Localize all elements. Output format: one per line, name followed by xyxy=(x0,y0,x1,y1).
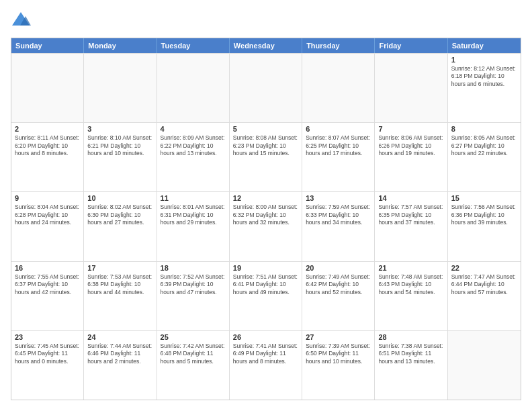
day-cell-22: 22Sunrise: 7:47 AM Sunset: 6:44 PM Dayli… xyxy=(448,262,521,330)
day-info: Sunrise: 8:09 AM Sunset: 6:22 PM Dayligh… xyxy=(161,134,226,157)
day-number: 15 xyxy=(451,194,517,202)
day-info: Sunrise: 8:05 AM Sunset: 6:27 PM Dayligh… xyxy=(451,134,517,157)
day-number: 13 xyxy=(306,194,371,202)
day-info: Sunrise: 8:04 AM Sunset: 6:28 PM Dayligh… xyxy=(15,203,80,226)
day-cell-8: 8Sunrise: 8:05 AM Sunset: 6:27 PM Daylig… xyxy=(448,123,521,191)
day-cell-13: 13Sunrise: 7:59 AM Sunset: 6:33 PM Dayli… xyxy=(302,192,375,261)
day-info: Sunrise: 7:59 AM Sunset: 6:33 PM Dayligh… xyxy=(306,203,371,226)
day-info: Sunrise: 8:01 AM Sunset: 6:31 PM Dayligh… xyxy=(161,203,226,226)
week-row-4: 16Sunrise: 7:55 AM Sunset: 6:37 PM Dayli… xyxy=(11,261,521,330)
day-cell-18: 18Sunrise: 7:52 AM Sunset: 6:39 PM Dayli… xyxy=(157,262,230,330)
day-info: Sunrise: 8:00 AM Sunset: 6:32 PM Dayligh… xyxy=(233,203,298,226)
day-number: 6 xyxy=(306,125,371,133)
header-day-thursday: Thursday xyxy=(302,38,375,53)
header-day-tuesday: Tuesday xyxy=(157,38,230,53)
day-number: 4 xyxy=(161,125,226,133)
day-info: Sunrise: 7:49 AM Sunset: 6:42 PM Dayligh… xyxy=(306,273,371,296)
day-info: Sunrise: 7:56 AM Sunset: 6:36 PM Dayligh… xyxy=(451,203,517,226)
calendar-header: SundayMondayTuesdayWednesdayThursdayFrid… xyxy=(11,38,521,53)
day-info: Sunrise: 8:06 AM Sunset: 6:26 PM Dayligh… xyxy=(378,134,443,157)
logo xyxy=(11,11,34,31)
day-cell-5: 5Sunrise: 8:08 AM Sunset: 6:23 PM Daylig… xyxy=(230,123,302,191)
day-cell-9: 9Sunrise: 8:04 AM Sunset: 6:28 PM Daylig… xyxy=(11,192,84,261)
day-info: Sunrise: 7:44 AM Sunset: 6:46 PM Dayligh… xyxy=(87,342,152,365)
header-day-wednesday: Wednesday xyxy=(230,38,302,53)
day-info: Sunrise: 8:10 AM Sunset: 6:21 PM Dayligh… xyxy=(87,134,152,157)
header-day-friday: Friday xyxy=(375,38,447,53)
day-number: 24 xyxy=(87,333,152,341)
day-info: Sunrise: 7:45 AM Sunset: 6:45 PM Dayligh… xyxy=(15,342,80,365)
day-number: 12 xyxy=(233,194,298,202)
day-info: Sunrise: 7:52 AM Sunset: 6:39 PM Dayligh… xyxy=(161,273,226,296)
day-info: Sunrise: 7:38 AM Sunset: 6:51 PM Dayligh… xyxy=(378,342,443,365)
day-info: Sunrise: 7:53 AM Sunset: 6:38 PM Dayligh… xyxy=(87,273,152,296)
day-number: 9 xyxy=(15,194,80,202)
day-cell-3: 3Sunrise: 8:10 AM Sunset: 6:21 PM Daylig… xyxy=(84,123,157,191)
day-number: 10 xyxy=(87,194,152,202)
day-info: Sunrise: 7:47 AM Sunset: 6:44 PM Dayligh… xyxy=(451,273,517,296)
week-row-2: 2Sunrise: 8:11 AM Sunset: 6:20 PM Daylig… xyxy=(11,122,521,191)
header-day-monday: Monday xyxy=(84,38,157,53)
day-number: 27 xyxy=(306,333,371,341)
day-cell-19: 19Sunrise: 7:51 AM Sunset: 6:41 PM Dayli… xyxy=(230,262,302,330)
day-info: Sunrise: 7:57 AM Sunset: 6:35 PM Dayligh… xyxy=(378,203,443,226)
header-day-sunday: Sunday xyxy=(11,38,84,53)
week-row-5: 23Sunrise: 7:45 AM Sunset: 6:45 PM Dayli… xyxy=(11,330,521,400)
logo-icon xyxy=(11,11,31,31)
week-row-3: 9Sunrise: 8:04 AM Sunset: 6:28 PM Daylig… xyxy=(11,191,521,261)
day-cell-20: 20Sunrise: 7:49 AM Sunset: 6:42 PM Dayli… xyxy=(302,262,375,330)
day-number: 23 xyxy=(15,333,80,341)
empty-cell-4-6 xyxy=(448,331,521,400)
day-cell-7: 7Sunrise: 8:06 AM Sunset: 6:26 PM Daylig… xyxy=(375,123,447,191)
empty-cell-0-5 xyxy=(375,54,447,122)
empty-cell-0-4 xyxy=(302,54,375,122)
day-number: 22 xyxy=(451,264,517,272)
day-cell-28: 28Sunrise: 7:38 AM Sunset: 6:51 PM Dayli… xyxy=(375,331,447,400)
day-number: 2 xyxy=(15,125,80,133)
day-number: 11 xyxy=(161,194,226,202)
header-day-saturday: Saturday xyxy=(448,38,521,53)
day-cell-23: 23Sunrise: 7:45 AM Sunset: 6:45 PM Dayli… xyxy=(11,331,84,400)
page: SundayMondayTuesdayWednesdayThursdayFrid… xyxy=(0,0,532,411)
empty-cell-0-1 xyxy=(84,54,157,122)
day-number: 18 xyxy=(161,264,226,272)
day-number: 8 xyxy=(451,125,517,133)
day-number: 1 xyxy=(451,56,517,64)
day-cell-16: 16Sunrise: 7:55 AM Sunset: 6:37 PM Dayli… xyxy=(11,262,84,330)
day-cell-2: 2Sunrise: 8:11 AM Sunset: 6:20 PM Daylig… xyxy=(11,123,84,191)
day-number: 7 xyxy=(378,125,443,133)
day-info: Sunrise: 7:42 AM Sunset: 6:48 PM Dayligh… xyxy=(161,342,226,365)
day-number: 28 xyxy=(378,333,443,341)
day-number: 26 xyxy=(233,333,298,341)
day-info: Sunrise: 8:08 AM Sunset: 6:23 PM Dayligh… xyxy=(233,134,298,157)
day-number: 20 xyxy=(306,264,371,272)
day-cell-25: 25Sunrise: 7:42 AM Sunset: 6:48 PM Dayli… xyxy=(157,331,230,400)
week-row-1: 1Sunrise: 8:12 AM Sunset: 6:18 PM Daylig… xyxy=(11,53,521,122)
day-number: 3 xyxy=(87,125,152,133)
day-info: Sunrise: 8:12 AM Sunset: 6:18 PM Dayligh… xyxy=(451,65,517,88)
day-cell-27: 27Sunrise: 7:39 AM Sunset: 6:50 PM Dayli… xyxy=(302,331,375,400)
empty-cell-0-3 xyxy=(230,54,302,122)
day-cell-26: 26Sunrise: 7:41 AM Sunset: 6:49 PM Dayli… xyxy=(230,331,302,400)
day-cell-6: 6Sunrise: 8:07 AM Sunset: 6:25 PM Daylig… xyxy=(302,123,375,191)
day-info: Sunrise: 8:07 AM Sunset: 6:25 PM Dayligh… xyxy=(306,134,371,157)
day-number: 21 xyxy=(378,264,443,272)
day-info: Sunrise: 7:48 AM Sunset: 6:43 PM Dayligh… xyxy=(378,273,443,296)
day-cell-12: 12Sunrise: 8:00 AM Sunset: 6:32 PM Dayli… xyxy=(230,192,302,261)
empty-cell-0-2 xyxy=(157,54,230,122)
day-cell-24: 24Sunrise: 7:44 AM Sunset: 6:46 PM Dayli… xyxy=(84,331,157,400)
day-info: Sunrise: 7:41 AM Sunset: 6:49 PM Dayligh… xyxy=(233,342,298,365)
calendar-body: 1Sunrise: 8:12 AM Sunset: 6:18 PM Daylig… xyxy=(11,53,521,400)
header xyxy=(11,11,521,31)
calendar: SundayMondayTuesdayWednesdayThursdayFrid… xyxy=(11,38,521,400)
day-info: Sunrise: 7:55 AM Sunset: 6:37 PM Dayligh… xyxy=(15,273,80,296)
day-number: 19 xyxy=(233,264,298,272)
day-cell-10: 10Sunrise: 8:02 AM Sunset: 6:30 PM Dayli… xyxy=(84,192,157,261)
day-cell-21: 21Sunrise: 7:48 AM Sunset: 6:43 PM Dayli… xyxy=(375,262,447,330)
day-number: 14 xyxy=(378,194,443,202)
empty-cell-0-0 xyxy=(11,54,84,122)
day-info: Sunrise: 8:11 AM Sunset: 6:20 PM Dayligh… xyxy=(15,134,80,157)
day-cell-14: 14Sunrise: 7:57 AM Sunset: 6:35 PM Dayli… xyxy=(375,192,447,261)
day-cell-15: 15Sunrise: 7:56 AM Sunset: 6:36 PM Dayli… xyxy=(448,192,521,261)
day-info: Sunrise: 8:02 AM Sunset: 6:30 PM Dayligh… xyxy=(87,203,152,226)
